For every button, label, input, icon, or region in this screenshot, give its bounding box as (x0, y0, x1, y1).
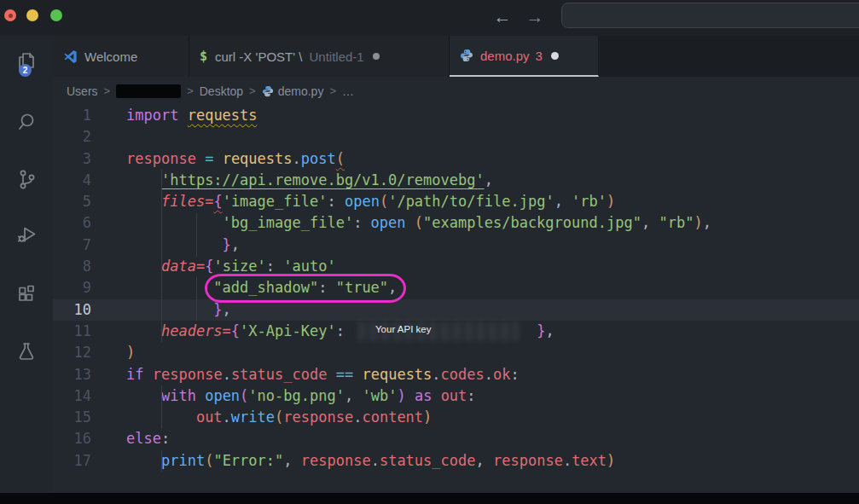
code-line[interactable]: 4 'https://api.remove.bg/v1.0/removebg', (53, 170, 859, 191)
code-line[interactable]: 10 }, (53, 299, 859, 321)
tab-welcome[interactable]: Welcome (53, 36, 189, 77)
activity-bar: 2 (0, 36, 53, 493)
code-editor[interactable]: 1import requests23response = requests.po… (53, 105, 859, 493)
run-debug-button[interactable] (14, 221, 39, 246)
line-number: 3 (53, 148, 91, 170)
line-number: 5 (53, 191, 91, 212)
search-icon (14, 109, 39, 135)
line-number: 14 (53, 385, 91, 407)
chevron-separator: > (249, 84, 256, 97)
code-line[interactable]: 8 data={'size': 'auto' (53, 256, 859, 277)
zoom-button[interactable] (50, 9, 62, 21)
code-text: ) (126, 342, 135, 363)
close-button[interactable] (4, 9, 16, 21)
chevron-separator: > (329, 84, 336, 97)
chevron-separator: > (187, 84, 194, 97)
line-number: 8 (53, 256, 91, 277)
breadcrumb-item-file[interactable]: demo.py (278, 84, 324, 98)
breadcrumb-item-username-redacted[interactable] (116, 84, 181, 98)
editor-group: Welcome $ curl -X 'POST' \ Untitled-1 de… (53, 36, 859, 493)
code-text: response = requests.post( (126, 148, 345, 170)
source-control-button[interactable] (14, 166, 39, 192)
minimize-button[interactable] (26, 9, 38, 21)
testing-button[interactable] (14, 339, 39, 365)
line-number: 15 (53, 407, 91, 428)
explorer-badge: 2 (19, 64, 32, 77)
code-text: out.write(response.content) (126, 407, 432, 428)
code-text: 'bg_image_file': open ("examples/backgro… (126, 212, 711, 234)
code-text: 'https://api.remove.bg/v1.0/removebg', (126, 170, 493, 191)
code-line[interactable]: 3response = requests.post( (53, 148, 859, 170)
tab-bar-empty-space (599, 36, 859, 77)
code-line[interactable]: 9 "add_shadow": "true", (53, 277, 859, 298)
breadcrumb-item-users[interactable]: Users (67, 84, 98, 98)
extensions-icon (14, 282, 39, 308)
line-number: 13 (53, 364, 91, 385)
breadcrumb-item-desktop[interactable]: Desktop (200, 84, 243, 98)
line-number: 17 (53, 450, 91, 472)
bottom-black-bar (0, 493, 859, 504)
back-button[interactable]: ← (491, 4, 514, 30)
tab-untitled-1[interactable]: $ curl -X 'POST' \ Untitled-1 (189, 36, 450, 77)
line-number: 2 (53, 126, 91, 148)
code-text: data={'size': 'auto' (126, 256, 336, 277)
code-line[interactable]: 14 with open('no-bg.png', 'wb') as out: (53, 385, 859, 407)
tab-label: curl -X 'POST' \ (215, 49, 302, 64)
code-text: with open('no-bg.png', 'wb') as out: (126, 385, 476, 407)
unsaved-dot-icon[interactable] (373, 53, 380, 60)
extensions-button[interactable] (14, 282, 39, 308)
python-icon (262, 85, 274, 97)
line-number: 11 (53, 321, 91, 342)
command-center-search-input[interactable] (561, 3, 859, 28)
source-control-icon (14, 166, 39, 192)
indent-guide (161, 385, 162, 429)
title-bar: ← → (0, 0, 859, 36)
line-number: 1 (53, 105, 91, 126)
line-number: 10 (53, 299, 91, 321)
code-text: "add_shadow": "true", (126, 277, 397, 298)
api-key-overlay-label: Your API key (375, 324, 431, 334)
line-number: 6 (53, 212, 91, 234)
breadcrumb: Users > > Desktop > demo.py > … (53, 77, 859, 105)
breadcrumb-item-more[interactable]: … (342, 84, 354, 98)
code-line[interactable]: 7 }, (53, 235, 859, 256)
indent-guide (161, 170, 162, 342)
code-line[interactable]: 1import requests (53, 105, 859, 126)
indent-guide (196, 277, 197, 321)
tab-label: demo.py (480, 49, 530, 63)
code-lines: 1import requests23response = requests.po… (53, 105, 859, 472)
unsaved-dot-icon[interactable] (551, 52, 559, 60)
tab-demo-py[interactable]: demo.py 3 (450, 36, 599, 77)
code-line[interactable]: 17 print("Error:", response.status_code,… (53, 450, 859, 472)
code-text: }, (126, 299, 231, 321)
line-number: 16 (53, 428, 91, 449)
code-line[interactable]: 15 out.write(response.content) (53, 407, 859, 428)
code-line[interactable]: 5 files={'image_file': open('/path/to/fi… (53, 191, 859, 212)
code-line[interactable]: 13if response.status_code == requests.co… (53, 364, 859, 385)
tab-secondary-label: Untitled-1 (309, 49, 363, 64)
line-number: 7 (53, 235, 91, 256)
indent-guide (161, 450, 162, 472)
code-line[interactable]: 6 'bg_image_file': open ("examples/backg… (53, 212, 859, 234)
vscode-window: ← → 2 (0, 0, 859, 504)
run-debug-icon (14, 221, 39, 246)
code-line[interactable]: 2 (53, 126, 859, 148)
forward-button[interactable]: → (524, 4, 546, 30)
code-text: print("Error:", response.status_code, re… (126, 450, 615, 472)
vscode-logo-icon (63, 49, 78, 64)
shell-dollar-icon: $ (200, 49, 207, 64)
tab-label: Welcome (84, 49, 137, 64)
tab-bar: Welcome $ curl -X 'POST' \ Untitled-1 de… (53, 36, 859, 77)
line-number: 4 (53, 170, 91, 191)
line-number: 9 (53, 277, 91, 298)
code-text: files={'image_file': open('/path/to/file… (126, 191, 615, 212)
code-text: }, (126, 235, 240, 256)
code-text: if response.status_code == requests.code… (126, 364, 519, 385)
code-line[interactable]: 16else: (53, 428, 859, 449)
code-line[interactable]: 12) (53, 342, 859, 363)
code-text: else: (126, 428, 170, 449)
search-button[interactable] (14, 109, 39, 135)
indent-guide (196, 213, 197, 257)
code-text: import requests (126, 105, 258, 126)
testing-flask-icon (14, 339, 39, 365)
